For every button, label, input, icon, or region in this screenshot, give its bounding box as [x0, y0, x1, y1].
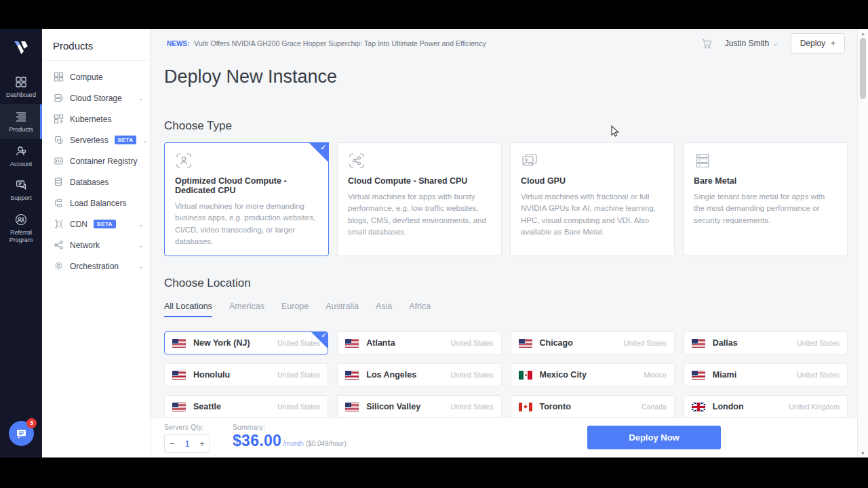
qty-increase-button[interactable]: + [195, 439, 210, 449]
scrollbar-up-arrow[interactable]: ▲ [858, 31, 868, 36]
chevron-down-icon: ⌄ [138, 95, 143, 102]
location-country: United States [450, 371, 493, 379]
sidebar-item-label: Compute [70, 73, 103, 82]
us-flag-icon [692, 371, 705, 380]
type-card-description: Virtual machines with fractional or full… [521, 191, 664, 238]
type-card-bare-metal[interactable]: Bare Metal Single tenant bare metal for … [683, 142, 848, 256]
serverless-icon [54, 135, 64, 145]
rail-item-products[interactable]: Products [0, 104, 42, 139]
sidebar-item-kubernetes[interactable]: Kubernetes [42, 108, 150, 129]
rail-item-referral-program[interactable]: Referral Program [0, 207, 42, 249]
tab-americas[interactable]: Americas [229, 302, 264, 317]
chat-icon [16, 428, 27, 439]
tab-europe[interactable]: Europe [281, 302, 309, 317]
sidebar-item-serverless[interactable]: Serverless BETA ⌄ [42, 129, 150, 150]
topbar: NEWS: Vultr Offers NVIDIA GH200 Grace Ho… [151, 29, 868, 58]
sidebar-item-cdn[interactable]: CDN BETA ⌄ [42, 214, 150, 235]
location-city: London [713, 402, 744, 411]
referral-icon [15, 214, 27, 226]
qty-decrease-button[interactable]: − [165, 439, 180, 449]
location-card-new-york[interactable]: New York (NJ) United States ✓ [164, 331, 328, 354]
type-card-title: Cloud GPU [521, 176, 664, 186]
location-country: United States [450, 339, 493, 347]
tab-africa[interactable]: Africa [409, 302, 431, 317]
location-card-mexico-city[interactable]: Mexico City Mexico [511, 363, 675, 386]
sidebar-item-load-balancers[interactable]: Load Balancers [42, 192, 150, 214]
tab-asia[interactable]: Asia [376, 302, 392, 317]
us-flag-icon [172, 339, 186, 348]
location-card-chicago[interactable]: Chicago United States [511, 331, 675, 354]
rail-item-dashboard[interactable]: Dashboard [0, 70, 42, 104]
location-city: Atlanta [366, 338, 395, 348]
summary-bar: Servers Qty: − 1 + Summary: $36.00 /mont… [151, 417, 857, 458]
location-card-london[interactable]: London United Kingdom [684, 395, 848, 418]
type-card-cloud-compute-shared[interactable]: Cloud Compute - Shared CPU Virtual machi… [337, 142, 502, 256]
compute-icon [54, 72, 64, 82]
us-flag-icon [345, 371, 359, 380]
location-card-miami[interactable]: Miami United States [684, 363, 848, 386]
us-flag-icon [345, 339, 359, 348]
user-menu[interactable]: Justin Smith ⌄ [725, 39, 778, 48]
content: Deploy New Instance Choose Type ✓ Optimi… [151, 66, 868, 450]
location-card-atlanta[interactable]: Atlanta United States [337, 331, 501, 354]
vertical-scrollbar[interactable]: ▲ ▼ [857, 29, 868, 458]
type-card-cloud-gpu[interactable]: Cloud GPU Virtual machines with fraction… [510, 142, 675, 256]
location-card-silicon-valley[interactable]: Silicon Valley United States [337, 395, 501, 418]
deploy-now-button[interactable]: Deploy Now [587, 426, 721, 449]
location-card-dallas[interactable]: Dallas United States [684, 331, 848, 354]
cart-icon[interactable] [701, 38, 713, 49]
sidebar-item-label: Databases [70, 178, 108, 187]
chevron-down-icon: ⌄ [138, 242, 143, 249]
check-icon: ✓ [321, 144, 326, 151]
chat-button[interactable]: 3 [9, 421, 34, 446]
news-label: NEWS: [167, 40, 189, 47]
beta-badge: BETA [94, 220, 116, 228]
location-city: New York (NJ) [193, 338, 250, 348]
tab-australia[interactable]: Australia [326, 302, 359, 317]
sidebar-item-label: Container Registry [70, 157, 137, 166]
scrollbar-down-arrow[interactable]: ▼ [858, 451, 868, 455]
sidebar-item-compute[interactable]: Compute [42, 66, 150, 87]
bare-metal-icon [694, 152, 711, 169]
location-country: United States [277, 403, 320, 411]
location-city: Silicon Valley [366, 402, 420, 411]
location-card-los-angeles[interactable]: Los Angeles United States [337, 363, 501, 386]
location-card-honolulu[interactable]: Honolulu United States [164, 363, 328, 386]
location-country: United Kingdom [789, 403, 840, 411]
plus-icon: + [831, 39, 835, 48]
topbar-right: Justin Smith ⌄ Deploy + [701, 33, 845, 54]
sidebar-item-cloud-storage[interactable]: Cloud Storage ⌄ [42, 87, 150, 108]
scrollbar-thumb[interactable] [860, 38, 866, 99]
screen: Dashboard Products Account Support Refer… [0, 0, 868, 488]
deploy-button[interactable]: Deploy + [791, 33, 845, 54]
rail-item-support[interactable]: Support [0, 173, 42, 207]
ca-flag-icon [519, 403, 532, 411]
location-card-seattle[interactable]: Seattle United States [164, 395, 328, 418]
sidebar-item-label: Serverless [70, 136, 108, 145]
location-country: United States [797, 371, 840, 379]
chevron-down-icon: ⌄ [138, 263, 143, 270]
rail-item-account[interactable]: Account [0, 139, 42, 174]
check-icon: ✓ [321, 332, 327, 339]
beta-badge: BETA [115, 136, 137, 144]
sidebar-item-container-registry[interactable]: Container Registry [42, 150, 150, 171]
rail-item-label: Support [10, 195, 32, 201]
price-monthly: $36.00 [233, 432, 281, 450]
cloud-storage-icon [54, 93, 64, 103]
page-title: Deploy New Instance [164, 66, 848, 87]
chat-notification-badge: 3 [26, 418, 37, 428]
type-card-title: Cloud Compute - Shared CPU [348, 176, 491, 186]
type-card-optimized-cloud-compute[interactable]: ✓ Optimized Cloud Compute - Dedicated CP… [164, 142, 329, 256]
sidebar-item-orchestration[interactable]: Orchestration ⌄ [42, 256, 150, 277]
us-flag-icon [172, 403, 186, 411]
choose-type-heading: Choose Type [164, 119, 848, 133]
location-card-toronto[interactable]: Toronto Canada [511, 395, 675, 418]
databases-icon [54, 177, 64, 187]
tab-all-locations[interactable]: All Locations [164, 302, 212, 317]
main-area: NEWS: Vultr Offers NVIDIA GH200 Grace Ho… [151, 29, 868, 458]
choose-location-heading: Choose Location [164, 277, 848, 290]
sidebar-item-databases[interactable]: Databases [42, 171, 150, 192]
sidebar-item-network[interactable]: Network ⌄ [42, 235, 150, 256]
news-ticker[interactable]: NEWS: Vultr Offers NVIDIA GH200 Grace Ho… [167, 39, 486, 47]
dedicated-cpu-icon [175, 152, 193, 169]
